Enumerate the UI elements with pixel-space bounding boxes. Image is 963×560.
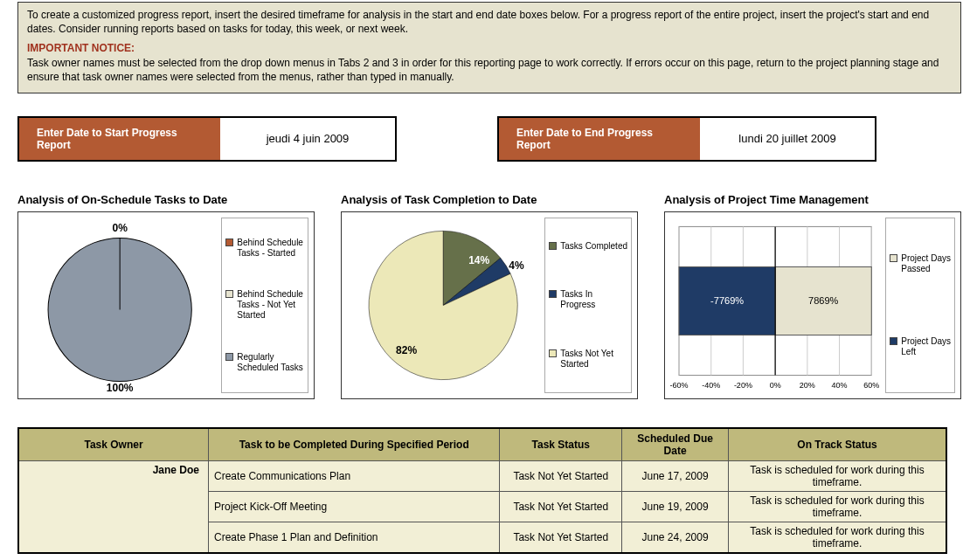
legend-item: Behind Schedule Tasks - Not Yet Started xyxy=(225,289,304,321)
date-input-row: Enter Date to Start Progress Report jeud… xyxy=(17,116,961,162)
cell-track: Task is scheduled for work during this t… xyxy=(728,492,946,522)
cell-track: Task is scheduled for work during this t… xyxy=(728,461,946,492)
col-task-status: Task Status xyxy=(500,428,622,461)
legend-label: Tasks In Progress xyxy=(560,289,627,310)
end-date-label: Enter Date to End Progress Report xyxy=(499,118,700,160)
legend-label: Regularly Scheduled Tasks xyxy=(237,352,304,373)
end-date-block: Enter Date to End Progress Report lundi … xyxy=(497,116,876,162)
col-on-track: On Track Status xyxy=(728,428,946,461)
cell-track: Task is scheduled for work during this t… xyxy=(728,522,946,554)
legend-item: Tasks Not Yet Started xyxy=(549,349,627,370)
chart-box: -7769% 7869% -60% -40% -20% 0% 20% 40% 6… xyxy=(664,211,961,399)
legend-item: Project Days Passed xyxy=(890,253,951,274)
chart-legend: Behind Schedule Tasks - Started Behind S… xyxy=(221,218,308,393)
pie-plot: 0% 100% xyxy=(24,218,216,393)
table-row: Jane Doe Create Communications Plan Task… xyxy=(18,461,946,492)
pie-label-bottom: 100% xyxy=(107,382,134,393)
col-task-owner: Task Owner xyxy=(18,428,209,461)
instructions-panel: To create a customized progress report, … xyxy=(17,2,961,93)
legend-item: Behind Schedule Tasks - Started xyxy=(225,238,304,259)
pie-label-b: 4% xyxy=(509,259,524,272)
legend-item: Tasks Completed xyxy=(549,241,627,252)
chart-legend: Tasks Completed Tasks In Progress Tasks … xyxy=(544,218,632,393)
legend-label: Project Days Left xyxy=(901,336,951,357)
instructions-paragraph-1: To create a customized progress report, … xyxy=(27,8,952,36)
legend-label: Tasks Not Yet Started xyxy=(560,349,627,370)
start-date-input[interactable]: jeudi 4 juin 2009 xyxy=(220,118,395,160)
cell-owner: Jane Doe xyxy=(18,461,209,554)
start-date-label: Enter Date to Start Progress Report xyxy=(19,118,220,160)
legend-swatch-icon xyxy=(549,349,557,357)
legend-swatch-icon xyxy=(549,290,557,298)
chart-on-schedule: Analysis of On-Schedule Tasks to Date 0%… xyxy=(17,193,315,399)
cell-status: Task Not Yet Started xyxy=(500,492,622,522)
start-date-block: Enter Date to Start Progress Report jeud… xyxy=(17,116,397,162)
chart-title: Analysis of On-Schedule Tasks to Date xyxy=(17,193,315,206)
legend-swatch-icon xyxy=(225,290,233,298)
end-date-input[interactable]: lundi 20 juillet 2009 xyxy=(700,118,875,160)
chart-legend: Project Days Passed Project Days Left xyxy=(885,218,955,393)
chart-task-completion: Analysis of Task Completion to Date 14% … xyxy=(341,193,638,399)
legend-swatch-icon xyxy=(890,254,897,262)
legend-label: Project Days Passed xyxy=(901,253,951,274)
charts-row: Analysis of On-Schedule Tasks to Date 0%… xyxy=(17,193,961,399)
cell-task: Create Phase 1 Plan and Definition xyxy=(209,522,500,554)
legend-swatch-icon xyxy=(225,239,233,246)
legend-item: Regularly Scheduled Tasks xyxy=(225,352,304,373)
pie-label-top: 0% xyxy=(112,222,128,234)
task-table: Task Owner Task to be Completed During S… xyxy=(17,427,947,555)
chart-title: Analysis of Task Completion to Date xyxy=(341,193,638,206)
axis-tick: -20% xyxy=(734,381,752,390)
axis-tick: -40% xyxy=(702,381,720,390)
legend-swatch-icon xyxy=(549,242,557,250)
pie-label-c: 82% xyxy=(396,344,417,356)
legend-label: Tasks Completed xyxy=(560,241,627,252)
cell-task: Create Communications Plan xyxy=(209,461,500,492)
cell-task: Project Kick-Off Meeting xyxy=(209,492,500,522)
cell-due: June 24, 2009 xyxy=(622,522,729,554)
axis-tick: -60% xyxy=(670,381,689,390)
cell-due: June 17, 2009 xyxy=(622,461,729,492)
bar-label-right: 7869% xyxy=(808,295,838,306)
legend-swatch-icon xyxy=(225,353,233,361)
axis-tick: 40% xyxy=(832,381,848,390)
cell-status: Task Not Yet Started xyxy=(500,522,622,554)
pie-label-a: 14% xyxy=(468,254,489,266)
legend-item: Project Days Left xyxy=(890,336,951,357)
bar-label-left: -7769% xyxy=(710,295,744,306)
cell-due: June 19, 2009 xyxy=(622,492,729,522)
chart-title: Analysis of Project Time Management xyxy=(664,193,961,206)
pie-plot: 14% 4% 82% xyxy=(347,218,539,393)
chart-time-management: Analysis of Project Time Management xyxy=(664,193,961,399)
chart-box: 14% 4% 82% Tasks Completed Tasks In Prog… xyxy=(341,211,638,399)
legend-label: Behind Schedule Tasks - Not Yet Started xyxy=(237,289,304,321)
important-notice-title: IMPORTANT NOTICE: xyxy=(27,41,952,55)
bar-plot: -7769% 7869% -60% -40% -20% 0% 20% 40% 6… xyxy=(670,218,880,393)
chart-box: 0% 100% Behind Schedule Tasks - Started … xyxy=(17,211,315,399)
col-task-name: Task to be Completed During Specified Pe… xyxy=(209,428,500,461)
legend-swatch-icon xyxy=(890,337,897,345)
col-due-date: Scheduled Due Date xyxy=(622,428,729,461)
legend-label: Behind Schedule Tasks - Started xyxy=(237,238,304,259)
table-header-row: Task Owner Task to be Completed During S… xyxy=(18,428,946,461)
cell-status: Task Not Yet Started xyxy=(500,461,622,492)
axis-tick: 20% xyxy=(800,381,815,390)
axis-tick: 0% xyxy=(770,381,781,390)
axis-tick: 60% xyxy=(863,381,879,390)
legend-item: Tasks In Progress xyxy=(549,289,627,310)
instructions-paragraph-2: Task owner names must be selected from t… xyxy=(27,56,952,84)
